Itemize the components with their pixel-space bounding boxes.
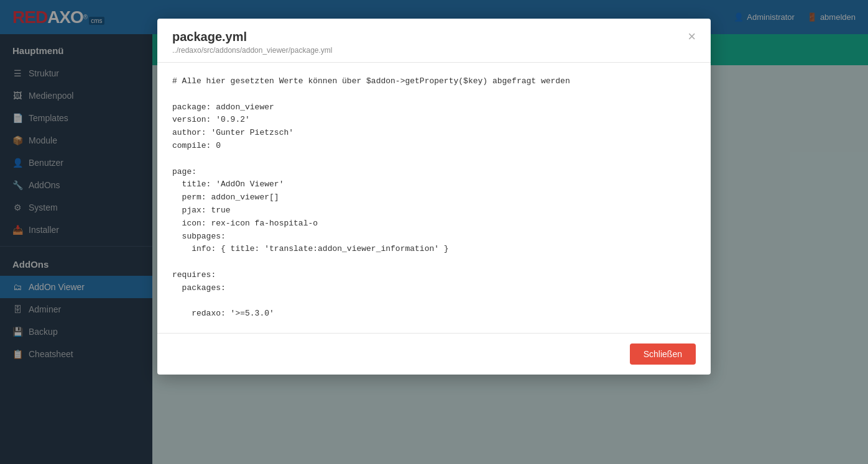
modal-header: package.yml ../redaxo/src/addons/addon_v…: [157, 19, 711, 63]
modal-subtitle: ../redaxo/src/addons/addon_viewer/packag…: [172, 46, 332, 55]
modal-footer: Schließen: [157, 333, 711, 375]
modal-close-action-button[interactable]: Schließen: [630, 343, 696, 365]
modal: package.yml ../redaxo/src/addons/addon_v…: [157, 19, 711, 375]
modal-content: # Alle hier gesetzten Werte können über …: [172, 75, 696, 321]
modal-body: # Alle hier gesetzten Werte können über …: [157, 63, 711, 333]
modal-overlay: package.yml ../redaxo/src/addons/addon_v…: [0, 0, 868, 464]
modal-close-button[interactable]: ×: [688, 30, 696, 43]
modal-title-block: package.yml ../redaxo/src/addons/addon_v…: [172, 30, 332, 55]
modal-title: package.yml: [172, 30, 332, 44]
